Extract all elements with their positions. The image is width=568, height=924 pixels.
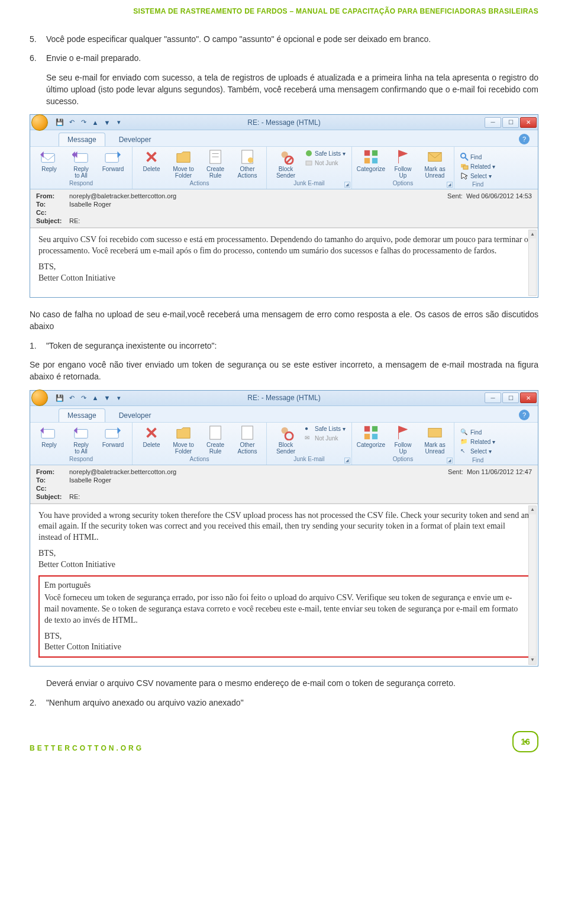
create-rule-button[interactable]: Create Rule xyxy=(202,149,228,179)
scrollbar[interactable]: ▲ ▼ xyxy=(528,506,537,665)
sent-label: Sent: xyxy=(447,192,463,199)
error-list-item-1: 1. "Token de segurança inexistente ou in… xyxy=(30,340,538,352)
from-value: noreply@baletracker.bettercotton.org xyxy=(69,192,447,199)
undo-icon[interactable]: ↶ xyxy=(67,118,76,127)
maximize-button[interactable]: ☐ xyxy=(502,117,519,128)
svg-rect-29 xyxy=(364,426,370,431)
follow-up-button[interactable]: Follow Up xyxy=(390,425,416,455)
svg-point-18 xyxy=(461,153,466,158)
tab-message[interactable]: Message xyxy=(59,408,105,422)
next-icon[interactable]: ▼ xyxy=(102,393,112,403)
other-actions-button[interactable]: Other Actions xyxy=(234,149,260,179)
prev-icon[interactable]: ▲ xyxy=(91,393,100,403)
reply-button[interactable]: Reply xyxy=(36,149,62,172)
error-list-number-2: 2. xyxy=(30,697,44,709)
office-orb-icon[interactable] xyxy=(31,114,48,131)
mid-paragraph-1: No caso de falha no upload de seu e-mail… xyxy=(30,308,538,333)
window-titlebar: 💾 ↶ ↷ ▲ ▼ ▾ RE: - Message (HTML) ─ ☐ ✕ xyxy=(30,115,538,130)
group-label-junk: Junk E-mail xyxy=(273,455,346,462)
ribbon-body: Reply Reply to All Forward Respond Delet… xyxy=(30,146,538,189)
redo-icon[interactable]: ↷ xyxy=(79,393,88,403)
pt-signature-2: Better Cotton Initiative xyxy=(44,642,524,653)
categorize-button[interactable]: Categorize xyxy=(358,149,384,172)
block-sender-button[interactable]: Block Sender xyxy=(273,425,299,455)
scroll-down-icon[interactable]: ▼ xyxy=(529,656,536,664)
group-respond: Reply Reply to All Forward Respond xyxy=(30,423,133,465)
reply-all-button[interactable]: Reply to All xyxy=(68,149,94,179)
save-icon[interactable]: 💾 xyxy=(55,393,64,403)
select-button[interactable]: Select ▾ xyxy=(460,172,495,180)
cc-label: Cc: xyxy=(36,209,69,216)
select-button[interactable]: ↖Select ▾ xyxy=(460,447,495,456)
email-body: Seu arquivo CSV foi recebido com sucesso… xyxy=(30,228,538,297)
forward-button[interactable]: Forward xyxy=(100,149,126,172)
not-junk-button[interactable]: Not Junk xyxy=(305,159,346,167)
group-find: 🔍Find 📁Related ▾ ↖Select ▾ Find xyxy=(454,423,501,465)
page-header: SISTEMA DE RASTREAMENTO DE FARDOS – MANU… xyxy=(30,0,538,33)
find-button[interactable]: Find xyxy=(460,153,495,161)
undo-icon[interactable]: ↶ xyxy=(67,393,76,403)
find-icon: 🔍 xyxy=(460,429,469,437)
delete-button[interactable]: Delete xyxy=(138,425,164,448)
group-label-actions: Actions xyxy=(138,179,260,186)
move-to-folder-button[interactable]: Move to Folder xyxy=(170,149,196,179)
follow-up-button[interactable]: Follow Up xyxy=(390,149,416,179)
create-rule-button[interactable]: Create Rule xyxy=(202,425,228,455)
scroll-up-icon[interactable]: ▲ xyxy=(529,230,536,239)
related-button[interactable]: Related ▾ xyxy=(460,162,495,170)
related-icon xyxy=(460,162,469,170)
maximize-button[interactable]: ☐ xyxy=(502,392,519,403)
to-value: Isabelle Roger xyxy=(69,201,532,208)
reply-button[interactable]: Reply xyxy=(36,425,62,448)
qat-dropdown-icon[interactable]: ▾ xyxy=(114,393,124,403)
not-junk-button[interactable]: ✉Not Junk xyxy=(305,434,346,443)
svg-rect-12 xyxy=(306,161,312,165)
scrollbar[interactable]: ▲ xyxy=(528,230,537,296)
related-button[interactable]: 📁Related ▾ xyxy=(460,438,495,446)
tab-developer[interactable]: Developer xyxy=(110,133,160,146)
help-icon[interactable]: ? xyxy=(519,410,530,420)
qat-dropdown-icon[interactable]: ▾ xyxy=(114,118,124,127)
minimize-button[interactable]: ─ xyxy=(485,117,501,128)
redo-icon[interactable]: ↷ xyxy=(79,118,88,127)
safe-lists-button[interactable]: ●Safe Lists ▾ xyxy=(305,425,346,433)
email-signature-1: BTS, xyxy=(38,548,530,559)
flag-icon xyxy=(394,425,412,440)
scroll-up-icon[interactable]: ▲ xyxy=(529,506,536,514)
subject-label: Subject: xyxy=(36,493,69,500)
help-icon[interactable]: ? xyxy=(519,134,530,144)
reply-all-icon xyxy=(72,149,90,165)
other-actions-button[interactable]: Other Actions xyxy=(234,425,260,455)
forward-button[interactable]: Forward xyxy=(100,425,126,448)
categorize-button[interactable]: Categorize xyxy=(358,425,384,448)
reply-icon xyxy=(40,149,58,165)
safe-lists-button[interactable]: Safe Lists ▾ xyxy=(305,149,346,157)
find-button[interactable]: 🔍Find xyxy=(460,429,495,437)
tab-message[interactable]: Message xyxy=(59,133,105,146)
block-sender-button[interactable]: Block Sender xyxy=(273,149,299,179)
reply-all-button[interactable]: Reply to All xyxy=(68,425,94,455)
dialog-launcher-icon[interactable]: ◢ xyxy=(447,458,453,463)
svg-rect-33 xyxy=(428,428,441,437)
office-orb-icon[interactable] xyxy=(31,389,48,406)
dialog-launcher-icon[interactable]: ◢ xyxy=(447,182,453,188)
group-label-options: Options xyxy=(358,179,448,186)
group-label-actions: Actions xyxy=(138,455,260,462)
mark-unread-button[interactable]: Mark as Unread xyxy=(422,425,448,455)
save-icon[interactable]: 💾 xyxy=(55,118,64,127)
mark-unread-button[interactable]: Mark as Unread xyxy=(422,149,448,179)
tab-developer[interactable]: Developer xyxy=(110,408,160,422)
quick-access-toolbar: 💾 ↶ ↷ ▲ ▼ ▾ xyxy=(51,393,124,403)
subject-label: Subject: xyxy=(36,217,69,224)
email-headers: From:noreply@baletracker.bettercotton.or… xyxy=(30,465,538,504)
dialog-launcher-icon[interactable]: ◢ xyxy=(344,182,350,188)
not-junk-icon xyxy=(305,159,313,167)
close-button[interactable]: ✕ xyxy=(520,117,537,128)
close-button[interactable]: ✕ xyxy=(520,392,537,403)
minimize-button[interactable]: ─ xyxy=(485,392,501,403)
dialog-launcher-icon[interactable]: ◢ xyxy=(344,458,350,463)
move-to-folder-button[interactable]: Move to Folder xyxy=(170,425,196,455)
delete-button[interactable]: Delete xyxy=(138,149,164,172)
next-icon[interactable]: ▼ xyxy=(102,118,112,127)
prev-icon[interactable]: ▲ xyxy=(91,118,100,127)
